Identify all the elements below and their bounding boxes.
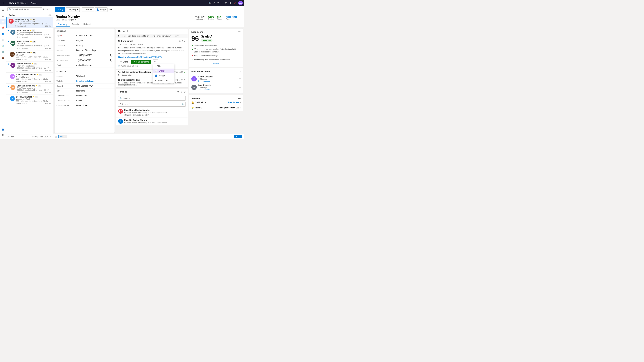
search-work-items-box[interactable]: 🔍 [8, 7, 42, 11]
filter-sidebar-icon[interactable]: ⚗ [46, 8, 48, 11]
sidebar-item-regina-murphy[interactable]: RM Regina Murphy ★ 95 Sr. Buyer • Contos… [6, 17, 53, 28]
who-knows-info-icon[interactable]: ℹ [240, 70, 241, 73]
nav-recent-icon[interactable]: 🕐 [0, 19, 6, 24]
phone-icon-business[interactable]: 📞 [110, 54, 112, 56]
help-icon[interactable]: ? [217, 2, 219, 4]
task-more-button[interactable]: ••• [152, 59, 158, 64]
record-dropdown-icon[interactable]: ▾ [75, 18, 76, 21]
sequence-value: New deals proposal for prospects coming … [128, 35, 178, 37]
email-action-button[interactable]: ✉ Email [118, 60, 130, 64]
connect-icon-cedric[interactable]: ≡ [239, 77, 241, 80]
nav-activities-icon[interactable]: 📋 [0, 37, 6, 42]
dropdown-add-note[interactable]: ＋ Add a note [153, 78, 174, 83]
expand-record-icon[interactable]: ▾ [240, 16, 242, 18]
mark-complete-button[interactable]: ✓ Mark complete [131, 60, 151, 64]
email-task-link[interactable]: https://www.figma.com/file/XDHUdX5ws5iVW… [118, 56, 162, 58]
record-rating: Warm Rating [208, 16, 214, 20]
item-content-sm: Shawn McCoy ★ 95 Sr. Buyer 200 High reso… [16, 51, 52, 60]
filter-icon[interactable]: ⊞ [225, 2, 227, 4]
expand-task-icon[interactable]: ⊡ [182, 40, 183, 42]
timeline-add-icon[interactable]: ＋ [174, 90, 176, 93]
open-button[interactable]: Open [58, 135, 67, 138]
assistant-more-icon[interactable]: ••• [238, 97, 241, 100]
timeline-refresh-icon[interactable]: ⊙ [184, 90, 186, 93]
phone-icon-mobile[interactable]: 📞 [110, 59, 112, 61]
nav-menu-icon[interactable]: ☰ [0, 7, 6, 12]
search-icon[interactable]: 🔍 [208, 2, 211, 4]
note-input-field[interactable] [120, 103, 180, 105]
upnext-info-icon[interactable]: ℹ [127, 30, 128, 32]
dropdown-snooze[interactable]: 🕐 Snooze [153, 68, 174, 73]
timeline-card: Timeline ＋ ⚗ ⚙ ⊙ 🔍 📎 [116, 89, 188, 125]
follow-button[interactable]: ☆ Follow [82, 7, 94, 12]
disqualify-button[interactable]: Disqualify ▾ [66, 7, 80, 12]
tab-related[interactable]: Related [81, 22, 93, 27]
connect-icon-gus[interactable]: ≡ [239, 86, 241, 89]
copy-icon[interactable]: ⎘ [179, 40, 180, 42]
attach-icon[interactable]: 📎 [182, 103, 184, 105]
more-sidebar-icon[interactable]: ⋮ [49, 8, 52, 11]
lead-score-info-icon[interactable]: ℹ [204, 31, 204, 33]
nav-opportunities-icon[interactable]: 💼 [0, 55, 6, 61]
nav-settings-bottom-icon[interactable]: ⚙ [0, 132, 6, 138]
insights-row[interactable]: 💡 Insights 5 suggested follow-ups ▾ [191, 107, 241, 109]
waffle-icon[interactable]: ⋮⋮ [1, 1, 8, 5]
more-commands-button[interactable]: ••• [108, 7, 113, 12]
timeline-search-box[interactable]: 🔍 [118, 96, 186, 100]
get-introduced-gus[interactable]: Get introduced [198, 88, 238, 90]
timeline-item-2-title[interactable]: Email to Regina Murphy [124, 119, 186, 121]
insights-chevron[interactable]: ▾ [240, 107, 241, 109]
sidebar-item-leslie-alexander[interactable]: LA Leslie Alexander ★ 95 Woodgrove Bank … [6, 95, 53, 106]
module-name[interactable]: Sales [30, 2, 38, 4]
nav-user-icon[interactable]: 👤 [0, 127, 6, 132]
details-link[interactable]: Details [191, 63, 241, 65]
tab-summary[interactable]: Summary [56, 22, 70, 27]
expand-step-6[interactable]: ∨ [184, 79, 186, 81]
timeline-filter-icon[interactable]: ⚗ [177, 90, 179, 93]
search-work-items-input[interactable] [12, 8, 40, 10]
expand-panel-icon[interactable]: ⊡ [55, 135, 57, 138]
sidebar-item-esther-howard[interactable]: EH Esther Howard ★ 95 Fabrikam Residence… [6, 61, 53, 72]
nav-leads-icon[interactable]: 📊 [0, 43, 6, 49]
sidebar-item-cameron-williamson[interactable]: CW Cameron Williamson ★ 95 Nod Publisher… [6, 72, 53, 84]
note-input-area[interactable]: 📎 [118, 102, 186, 107]
timeline-search-input[interactable] [123, 97, 184, 99]
sidebar-item-brooklyn-simmons[interactable]: BS Brooklyn Simmons ★ 95 Wide World Impo… [6, 84, 53, 95]
collapse-task-icon[interactable]: ∧ [184, 40, 186, 42]
notifications-row[interactable]: 🔔 Notifications 3 reminders ▾ [191, 101, 241, 104]
timeline-item-1: RM Email from Regina Murphy Hi there, th… [116, 108, 188, 118]
sidebar-item-wade-warren[interactable]: WW Wade Warren ★ 95 Relecloud 200 High r… [6, 39, 53, 50]
sidebar-item-jane-cooper[interactable]: JC Jane Cooper ★ 95 Buyer • Humongous In… [6, 28, 53, 39]
nav-pinned-icon[interactable]: 📌 [0, 25, 6, 30]
item-content-bs: Brooklyn Simmons ★ 95 Wide World Importe… [17, 85, 52, 93]
app-name[interactable]: Dynamics 365 [9, 2, 24, 4]
step-call-customer[interactable]: 📞 Call the customer for a closure Step 5… [116, 69, 188, 77]
qualify-button[interactable]: Qualify [55, 7, 65, 12]
nav-contacts-icon[interactable]: 👥 [0, 31, 6, 36]
get-introduced-cedric[interactable]: Get introduced [198, 80, 238, 82]
settings-icon[interactable]: ⊙ [213, 2, 215, 4]
nav-accounts-icon[interactable]: 🏢 [0, 49, 6, 55]
gear-icon[interactable]: ⚙ [229, 2, 231, 4]
timeline-avatar-rm: RM [118, 109, 123, 114]
question-icon[interactable]: ❓ [233, 2, 236, 4]
tab-details[interactable]: Details [70, 22, 81, 27]
assign-button[interactable]: 👤 Assign [94, 7, 108, 12]
bottom-bar: ⊡ Open Save [53, 134, 244, 139]
app-dropdown-icon[interactable]: ▾ [25, 2, 26, 4]
dropdown-skip[interactable]: ⟩ Skip [153, 64, 174, 68]
user-avatar[interactable]: JA [238, 1, 243, 5]
sidebar-item-shawn-mccoy[interactable]: SM Shawn McCoy ★ 95 Sr. Buyer 200 High r… [6, 50, 53, 61]
dropdown-assign[interactable]: 👤 Assign [153, 73, 174, 78]
add-icon[interactable]: ＋ [221, 1, 223, 4]
save-button[interactable]: Save [234, 135, 242, 138]
step-summarize[interactable]: ☑ Summarize the deal Step 6 of 6 ∨ Recap… [116, 77, 188, 87]
timeline-settings-icon[interactable]: ⚙ [180, 90, 182, 93]
sidebar-group-today[interactable]: ▾ Today 6 [6, 13, 53, 17]
nav-home-icon[interactable]: ⌂ [0, 13, 6, 18]
lead-score-more-icon[interactable]: ••• [238, 30, 241, 33]
wait-info: 🕐 Wait 2 days, 6 hours [118, 64, 186, 68]
timeline-item-1-title[interactable]: Email from Regina Murphy [124, 109, 186, 111]
sort-icon[interactable]: ⇅ [42, 8, 45, 11]
notifications-chevron[interactable]: ▾ [240, 102, 241, 103]
